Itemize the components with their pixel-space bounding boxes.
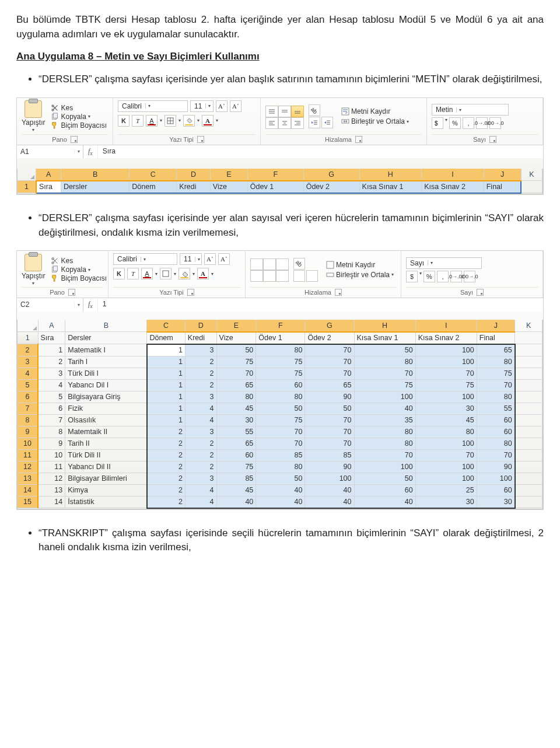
accounting-button[interactable]: $ [432, 117, 443, 129]
bold-button[interactable]: K [113, 268, 125, 279]
excel-figure-1: Yapıştır▾ Kes Kopyala▾ Biç [16, 97, 544, 195]
alignment-grid[interactable] [250, 258, 288, 281]
formula-input[interactable]: 1 [98, 298, 543, 311]
border-button[interactable] [164, 115, 176, 127]
table-row[interactable]: 32Tarih I127575708010080 [18, 356, 542, 368]
group-number-label: Sayı [460, 289, 473, 296]
orientation-button[interactable]: ab [293, 258, 305, 270]
copy-button[interactable]: Kopyala▾ [51, 113, 107, 121]
align-launcher-icon[interactable] [355, 136, 362, 143]
name-box[interactable]: C2▾ [17, 298, 83, 311]
table-row[interactable]: 1413Kimya24454040602560 [18, 484, 542, 496]
group-align-label: Hizalama [304, 289, 331, 296]
table-row[interactable]: 54Yabancı Dil I12656065757570 [18, 379, 542, 391]
underline-button[interactable]: A [146, 115, 158, 127]
table-row[interactable]: 1211Yabancı Dil II2275809010010090 [18, 461, 542, 473]
table-row[interactable]: 1110Türk Dili II22608585707070 [18, 449, 542, 461]
format-painter-button[interactable]: Biçim Boyacısı [51, 274, 107, 282]
orientation-button[interactable]: ab [309, 104, 320, 116]
svg-text:$: $ [435, 120, 438, 127]
italic-button[interactable]: T [127, 268, 139, 279]
underline-button[interactable]: A [141, 268, 153, 279]
border-icon [167, 117, 174, 124]
comma-button[interactable]: , [463, 117, 474, 129]
column-header-row[interactable]: A B C D E F G H I J K [18, 169, 542, 181]
border-icon [162, 270, 169, 277]
pano-launcher-icon[interactable] [68, 289, 75, 296]
percent-button[interactable]: % [449, 117, 461, 129]
align-launcher-icon[interactable] [335, 289, 342, 296]
font-color-button[interactable]: A [202, 115, 214, 127]
indent-decrease-button[interactable] [293, 270, 305, 282]
fx-icon[interactable]: fx [83, 298, 98, 311]
inc-decimal-button[interactable]: .0→.00 [450, 271, 462, 282]
table-row[interactable]: 109Tarih II226570708010080 [18, 438, 542, 449]
font-combo[interactable]: Calibri▾ [113, 253, 177, 265]
percent-button[interactable]: % [424, 271, 435, 282]
inc-decimal-button[interactable]: .0→.00 [476, 117, 488, 129]
font-launcher-icon[interactable] [197, 136, 204, 143]
svg-rect-38 [327, 273, 334, 277]
comma-button[interactable]: , [437, 271, 449, 282]
indent-increase-button[interactable] [321, 117, 333, 128]
pano-launcher-icon[interactable] [71, 136, 78, 143]
size-combo[interactable]: 11▾ [180, 253, 202, 265]
bucket-icon [186, 117, 192, 124]
table-row[interactable]: 1514İstatistik24404040403030 [18, 496, 542, 508]
column-header-row[interactable]: ABCDEFGHIJK [18, 320, 542, 332]
grow-font-button[interactable]: A˄ [216, 100, 228, 112]
clipboard-icon [24, 100, 42, 118]
group-pano-label: Pano [50, 289, 65, 296]
fill-color-button[interactable] [183, 115, 195, 127]
number-format-combo[interactable]: Sayı▾ [406, 257, 482, 269]
bold-button[interactable]: K [118, 115, 130, 127]
grow-font-button[interactable]: A˄ [204, 253, 216, 265]
shrink-font-button[interactable]: A˅ [230, 100, 242, 112]
italic-button[interactable]: T [132, 115, 144, 127]
number-launcher-icon[interactable] [489, 136, 496, 143]
merge-center-button[interactable]: Birleştir ve Ortala▾ [326, 271, 394, 279]
shrink-font-button[interactable]: A˅ [218, 253, 230, 265]
svg-rect-37 [327, 261, 334, 268]
format-painter-button[interactable]: Biçim Boyacısı [51, 121, 107, 130]
cut-button[interactable]: Kes [51, 257, 107, 265]
table-row[interactable]: 65Bilgisayara Giriş1380809010010080 [18, 391, 542, 403]
scissors-icon [51, 104, 59, 112]
header-row[interactable]: 1SıraDerslerDönemKrediVizeÖdev 1Ödev 2Kı… [18, 332, 542, 344]
group-font-label: Yazı Tipi [169, 136, 193, 143]
table-row[interactable]: 76Fizik14455050403055 [18, 403, 542, 414]
accounting-button[interactable]: $ [406, 271, 418, 282]
alignment-grid[interactable] [265, 106, 303, 128]
table-row[interactable]: 87Olsasılık14307570354560 [18, 414, 542, 426]
wrap-text-button[interactable]: Metni Kaydır [326, 261, 394, 269]
merge-center-button[interactable]: Birleştir ve Ortala▾ [341, 117, 409, 125]
table-row[interactable]: 98Matemtaik II23557070808060 [18, 426, 542, 438]
brush-icon [51, 121, 59, 130]
wrap-text-button[interactable]: Metni Kaydır [341, 107, 409, 116]
number-format-combo[interactable]: Metin▾ [432, 104, 509, 116]
dec-decimal-button[interactable]: .00→.0 [464, 271, 475, 282]
worksheet-dersler[interactable]: ABCDEFGHIJK1SıraDerslerDönemKrediVizeÖde… [18, 320, 542, 509]
table-row[interactable]: 21Matematik I135080705010065 [18, 344, 542, 356]
table-row[interactable]: 43Türk Dili I12707570707075 [18, 368, 542, 379]
font-color-button[interactable]: A [197, 268, 209, 279]
cut-button[interactable]: Kes [51, 104, 107, 112]
formula-input[interactable]: Sıra [98, 145, 543, 158]
border-button[interactable] [160, 268, 172, 279]
fx-icon[interactable]: fx [83, 145, 98, 158]
paste-button[interactable]: Yapıştır▾ [22, 254, 47, 286]
row-1[interactable]: 1 Sıra Dersler Dönem Kredi Vize Ödev 1 Ö… [18, 181, 542, 193]
merge-icon [341, 117, 349, 125]
number-launcher-icon[interactable] [477, 289, 484, 296]
indent-increase-button[interactable] [306, 270, 318, 282]
font-combo[interactable]: Calibri▾ [118, 100, 188, 112]
name-box[interactable]: A1▾ [17, 145, 83, 158]
paste-button[interactable]: Yapıştır▾ [22, 100, 47, 132]
dec-decimal-button[interactable]: .00→.0 [489, 117, 501, 129]
font-launcher-icon[interactable] [187, 289, 194, 296]
copy-button[interactable]: Kopyala▾ [51, 265, 107, 274]
fill-color-button[interactable] [178, 268, 190, 279]
indent-decrease-button[interactable] [309, 117, 320, 128]
table-row[interactable]: 1312Bilgisayar Bilimleri2385501005010010… [18, 473, 542, 484]
size-combo[interactable]: 11▾ [190, 100, 214, 112]
